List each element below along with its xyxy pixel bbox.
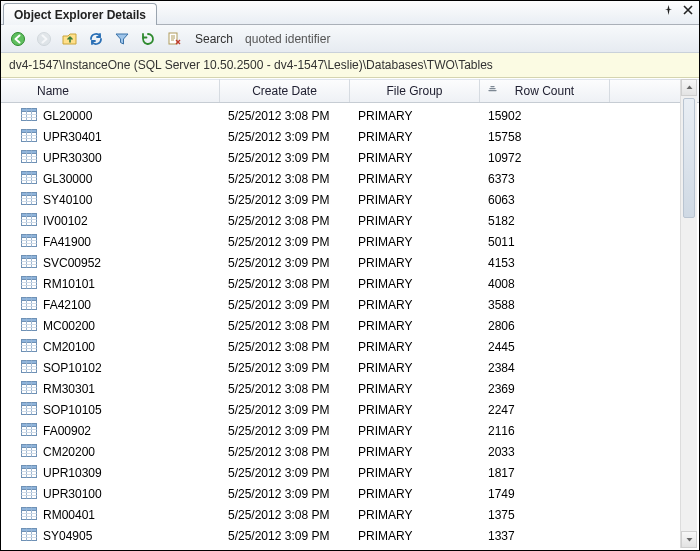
cell-file-group: PRIMARY	[350, 256, 480, 270]
table-icon	[21, 360, 37, 376]
table-icon	[21, 444, 37, 460]
table-row[interactable]: UPR301005/25/2012 3:09 PMPRIMARY1749	[15, 483, 699, 504]
cell-file-group: PRIMARY	[350, 403, 480, 417]
cell-row-count: 2247	[480, 403, 610, 417]
table-row[interactable]: FA009025/25/2012 3:09 PMPRIMARY2116	[15, 420, 699, 441]
toolbar: Search	[1, 25, 699, 53]
scroll-up-button[interactable]	[681, 79, 697, 96]
cell-create-date: 5/25/2012 3:09 PM	[220, 256, 350, 270]
table-row[interactable]: SOP101055/25/2012 3:09 PMPRIMARY2247	[15, 399, 699, 420]
cell-name: RM00401	[43, 508, 95, 522]
cell-create-date: 5/25/2012 3:09 PM	[220, 235, 350, 249]
cell-row-count: 1375	[480, 508, 610, 522]
table-row[interactable]: CM202005/25/2012 3:08 PMPRIMARY2033	[15, 441, 699, 462]
cell-row-count: 5011	[480, 235, 610, 249]
cell-file-group: PRIMARY	[350, 151, 480, 165]
vertical-scrollbar[interactable]	[680, 79, 697, 548]
cell-file-group: PRIMARY	[350, 424, 480, 438]
svg-rect-82	[22, 381, 37, 384]
table-row[interactable]: SVC009525/25/2012 3:09 PMPRIMARY4153	[15, 252, 699, 273]
svg-rect-106	[22, 465, 37, 468]
table-row[interactable]: GL300005/25/2012 3:08 PMPRIMARY6373	[15, 168, 699, 189]
sync-button[interactable]	[85, 28, 107, 50]
svg-rect-88	[22, 402, 37, 405]
sort-desc-icon	[488, 82, 497, 96]
table-icon	[21, 234, 37, 250]
table-icon	[21, 171, 37, 187]
table-row[interactable]: UPR304015/25/2012 3:09 PMPRIMARY15758	[15, 126, 699, 147]
table-row[interactable]: MC002005/25/2012 3:08 PMPRIMARY2806	[15, 315, 699, 336]
table-icon	[21, 402, 37, 418]
title-bar: Object Explorer Details	[1, 1, 699, 25]
breadcrumb: dv4-1547\InstanceOne (SQL Server 10.50.2…	[1, 53, 699, 78]
cell-file-group: PRIMARY	[350, 508, 480, 522]
table-row[interactable]: SY401005/25/2012 3:09 PMPRIMARY6063	[15, 189, 699, 210]
svg-rect-70	[22, 339, 37, 342]
cell-name: CM20100	[43, 340, 95, 354]
scroll-track[interactable]	[681, 96, 697, 531]
table-row[interactable]: FA419005/25/2012 3:09 PMPRIMARY5011	[15, 231, 699, 252]
svg-rect-58	[22, 297, 37, 300]
cell-file-group: PRIMARY	[350, 319, 480, 333]
back-button[interactable]	[7, 28, 29, 50]
cell-create-date: 5/25/2012 3:09 PM	[220, 193, 350, 207]
close-icon[interactable]	[681, 3, 695, 17]
svg-rect-124	[22, 528, 37, 531]
cell-file-group: PRIMARY	[350, 529, 480, 543]
svg-rect-46	[22, 255, 37, 258]
table-row[interactable]: CM201005/25/2012 3:08 PMPRIMARY2445	[15, 336, 699, 357]
cell-create-date: 5/25/2012 3:08 PM	[220, 340, 350, 354]
table-row[interactable]: RM101015/25/2012 3:08 PMPRIMARY4008	[15, 273, 699, 294]
table-row[interactable]: RM303015/25/2012 3:08 PMPRIMARY2369	[15, 378, 699, 399]
table-row[interactable]: IV001025/25/2012 3:08 PMPRIMARY5182	[15, 210, 699, 231]
column-header-file-group[interactable]: File Group	[350, 79, 480, 102]
svg-rect-112	[22, 486, 37, 489]
svg-rect-10	[22, 129, 37, 132]
table-icon	[21, 213, 37, 229]
cell-file-group: PRIMARY	[350, 214, 480, 228]
cell-file-group: PRIMARY	[350, 445, 480, 459]
table-row[interactable]: GL200005/25/2012 3:08 PMPRIMARY15902	[15, 105, 699, 126]
script-button[interactable]	[163, 28, 185, 50]
cell-create-date: 5/25/2012 3:08 PM	[220, 508, 350, 522]
cell-row-count: 4008	[480, 277, 610, 291]
panel-tab[interactable]: Object Explorer Details	[3, 3, 157, 25]
table-icon	[21, 276, 37, 292]
table-row[interactable]: UPR103095/25/2012 3:09 PMPRIMARY1817	[15, 462, 699, 483]
column-header-create-date[interactable]: Create Date	[220, 79, 350, 102]
up-folder-button[interactable]	[59, 28, 81, 50]
column-header-name[interactable]: Name	[15, 79, 220, 102]
filter-button[interactable]	[111, 28, 133, 50]
scroll-thumb[interactable]	[683, 98, 695, 218]
cell-file-group: PRIMARY	[350, 487, 480, 501]
cell-row-count: 1817	[480, 466, 610, 480]
table-row[interactable]: SOP101025/25/2012 3:09 PMPRIMARY2384	[15, 357, 699, 378]
cell-row-count: 2033	[480, 445, 610, 459]
column-header-row-count[interactable]: Row Count	[480, 79, 610, 102]
search-input[interactable]	[243, 30, 503, 48]
cell-row-count: 10972	[480, 151, 610, 165]
forward-button[interactable]	[33, 28, 55, 50]
table-row[interactable]: RM004015/25/2012 3:08 PMPRIMARY1375	[15, 504, 699, 525]
cell-name: SVC00952	[43, 256, 101, 270]
table-row[interactable]: FA421005/25/2012 3:09 PMPRIMARY3588	[15, 294, 699, 315]
cell-name: SY04905	[43, 529, 92, 543]
cell-row-count: 2116	[480, 424, 610, 438]
cell-create-date: 5/25/2012 3:09 PM	[220, 151, 350, 165]
table-row[interactable]: UPR303005/25/2012 3:09 PMPRIMARY10972	[15, 147, 699, 168]
table-icon	[21, 507, 37, 523]
svg-rect-40	[22, 234, 37, 237]
cell-file-group: PRIMARY	[350, 382, 480, 396]
refresh-button[interactable]	[137, 28, 159, 50]
cell-name: RM10101	[43, 277, 95, 291]
cell-name: SOP10105	[43, 403, 102, 417]
svg-rect-52	[22, 276, 37, 279]
table-icon	[21, 255, 37, 271]
table-row[interactable]: SY049055/25/2012 3:09 PMPRIMARY1337	[15, 525, 699, 546]
pin-icon[interactable]	[661, 3, 675, 17]
scroll-down-button[interactable]	[681, 531, 697, 548]
cell-create-date: 5/25/2012 3:08 PM	[220, 319, 350, 333]
svg-rect-100	[22, 444, 37, 447]
cell-file-group: PRIMARY	[350, 466, 480, 480]
table-icon	[21, 465, 37, 481]
